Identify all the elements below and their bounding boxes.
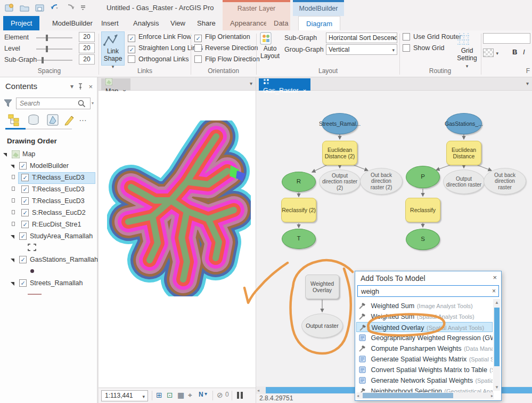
model-node-output-direction-raster-2[interactable]: Output direction raster (2) xyxy=(319,170,361,194)
italic-button[interactable]: I xyxy=(523,48,525,56)
subgraph-layout-select[interactable]: Horizontal Sort Descending▾ xyxy=(326,33,397,43)
model-node-output-raster[interactable]: Output raster xyxy=(301,313,343,338)
dialog-vscroll-thumb[interactable] xyxy=(494,308,500,366)
layer-gasstations[interactable]: ✓ GasStations_Ramallah xyxy=(0,254,99,266)
pause-drawing-icon[interactable] xyxy=(237,392,239,399)
layer-checkbox[interactable]: ✓ xyxy=(21,221,29,228)
model-node-reclassify-2[interactable]: Reclassify (2) xyxy=(281,198,316,222)
pin-icon[interactable] xyxy=(78,83,83,90)
layer-studyarea[interactable]: ✓ StudyArea_Ramallah xyxy=(0,231,99,243)
filter-icon[interactable] xyxy=(3,99,13,108)
model-node-gasstations-input[interactable]: GasStations_... xyxy=(446,113,482,134)
layer-checkbox[interactable]: ✓ xyxy=(19,256,27,263)
tool-item-weighted-sum-image[interactable]: Weighted Sum (Image Analyst Tools) xyxy=(356,301,493,311)
layer-modelbuilder[interactable]: ✓ ModelBuilder xyxy=(0,160,99,172)
streets-symbol-row[interactable] xyxy=(0,289,99,300)
layer-reclass-eucd3-3[interactable]: ✓ T:Reclass_EucD3 xyxy=(0,196,99,207)
model-node-euclidean-distance[interactable]: Euclidean Distance xyxy=(446,141,481,165)
more-tabs-icon[interactable]: … xyxy=(79,114,93,126)
model-node-reclassify[interactable]: Reclassify xyxy=(405,198,440,222)
layer-streets[interactable]: ✓ Streets_Ramallah xyxy=(0,278,99,289)
model-node-out-back-direction-raster[interactable]: Out back direction raster xyxy=(484,168,526,195)
subgraph-spacing-slider[interactable] xyxy=(36,60,72,61)
tab-modelbuilder[interactable]: ModelBuilder xyxy=(45,16,100,30)
tool-item-weighted-sum-spatial[interactable]: Weighted Sum (Spatial Analyst Tools) xyxy=(356,311,493,321)
layer-reclass-eucd3-2[interactable]: ✓ T:Reclass_EucD3 xyxy=(0,184,99,196)
subgraph-spacing-value[interactable]: 20 xyxy=(79,54,95,65)
pane-menu-icon[interactable]: ▾ xyxy=(70,83,73,90)
model-node-weighted-overlay[interactable]: Weighted Overlay xyxy=(305,275,339,299)
layer-checkbox[interactable]: ✓ xyxy=(21,209,29,216)
layer-checkbox[interactable]: ✓ xyxy=(21,197,29,205)
groupgraph-layout-select[interactable]: Vertical▾ xyxy=(326,44,397,55)
model-node-s[interactable]: S xyxy=(406,229,440,250)
clear-search-icon[interactable]: × xyxy=(492,287,496,295)
dialog-vertical-scrollbar[interactable]: ▲ ▼ xyxy=(493,299,500,391)
studyarea-symbol-row[interactable] xyxy=(0,243,99,253)
new-project-icon[interactable] xyxy=(4,3,15,13)
checkbox-use-grid-router[interactable]: Use Grid Router xyxy=(403,33,461,42)
gasstations-symbol-row[interactable] xyxy=(0,266,99,277)
level-spacing-value[interactable]: 20 xyxy=(79,43,95,53)
tool-item-weighted-overlay[interactable]: Weighted Overlay (Spatial Analyst Tools) xyxy=(356,322,493,332)
new-map-frame-icon[interactable]: ⊞ xyxy=(156,391,162,399)
level-spacing-slider[interactable] xyxy=(36,49,72,50)
tab-appearance[interactable]: Appearance xyxy=(223,16,266,30)
link-shape-button[interactable]: Link Shape ▾ xyxy=(101,31,125,66)
scroll-right-icon[interactable]: ▸ xyxy=(491,393,493,398)
tab-data[interactable]: Data xyxy=(266,16,290,30)
attribute-table-icon[interactable]: ▦ xyxy=(177,391,184,399)
scroll-down-icon[interactable]: ▼ xyxy=(495,385,499,390)
checkbox-show-grid[interactable]: Show Grid xyxy=(403,44,444,53)
checkbox-orthogonal-links[interactable]: Orthogonal Links xyxy=(128,55,189,64)
checkbox-reverse-direction[interactable]: Reverse Direction xyxy=(194,44,258,53)
tab-share[interactable]: Share xyxy=(190,16,223,30)
element-spacing-value[interactable]: 20 xyxy=(79,32,95,42)
model-node-euclidean-distance-2[interactable]: Euclidean Distance (2) xyxy=(322,141,357,165)
save-project-icon[interactable] xyxy=(35,3,45,13)
fill-swatch-button[interactable]: ▾ xyxy=(483,47,498,57)
pixel-inspect-icon[interactable]: ⊡ xyxy=(167,391,173,399)
list-by-editing-icon[interactable] xyxy=(63,114,77,126)
checkbox-enforce-link-flow[interactable]: ✓Enforce Link Flow xyxy=(128,33,191,42)
tool-item-compute-pansharpen[interactable]: Compute Pansharpen Weights (Data Managem… xyxy=(356,343,493,353)
model-node-r[interactable]: R xyxy=(282,172,316,192)
notifications-icon[interactable]: ⊘ xyxy=(217,391,223,399)
crosshair-icon[interactable]: ⌖ xyxy=(188,391,192,400)
checkbox-flip-orientation[interactable]: ✓Flip Orientation xyxy=(194,33,250,42)
layer-map[interactable]: Map xyxy=(0,149,99,160)
tab-project[interactable]: Project xyxy=(3,16,39,30)
font-name-input[interactable] xyxy=(483,33,530,44)
grid-setting-button[interactable]: Grid Setting ▾ xyxy=(455,31,479,69)
dialog-close-icon[interactable]: × xyxy=(493,273,497,281)
layer-checkbox[interactable]: ✓ xyxy=(19,162,27,170)
list-by-data-source-icon[interactable] xyxy=(27,114,40,126)
scroll-left-icon[interactable]: ◂ xyxy=(257,388,259,393)
map-view-tab[interactable]: Map× xyxy=(101,78,130,91)
tool-item-generate-spatial-weights[interactable]: Generate Spatial Weights Matrix (Spatial… xyxy=(356,354,493,364)
model-node-output-direction-raster[interactable]: Output direction raster xyxy=(443,170,485,194)
tool-item-generate-network-weights[interactable]: Generate Network Spatial Weights (Spatia… xyxy=(356,375,493,385)
layer-reclass-eucd2[interactable]: ✓ S:Reclass_EucD2 xyxy=(0,207,99,219)
layer-checkbox[interactable]: ✓ xyxy=(19,232,27,240)
layer-checkbox[interactable]: ✓ xyxy=(21,186,29,193)
model-node-streets-input[interactable]: Streets_Ramal... xyxy=(322,113,358,134)
dialog-horizontal-scrollbar[interactable]: ◂ ▸ xyxy=(356,392,494,399)
tool-item-convert-spatial-weights[interactable]: Convert Spatial Weights Matrix to Table … xyxy=(356,365,493,375)
customize-qat-icon[interactable] xyxy=(80,3,86,13)
layer-checkbox[interactable]: ✓ xyxy=(21,174,29,181)
layer-reclass-eucd3-1[interactable]: ✓ T:Reclass_EucD3 xyxy=(0,172,99,184)
tab-analysis[interactable]: Analysis xyxy=(126,16,166,30)
layer-checkbox[interactable]: ✓ xyxy=(19,279,27,287)
model-node-t[interactable]: T xyxy=(282,229,316,249)
search-options-icon[interactable]: ▾ xyxy=(92,101,94,106)
north-arrow-icon[interactable]: N xyxy=(199,391,203,398)
model-node-out-back-direction-raster-2[interactable]: Out back direction raster (2) xyxy=(360,168,403,195)
redo-icon[interactable] xyxy=(65,3,76,13)
open-project-icon[interactable] xyxy=(19,3,30,13)
list-by-snapping-icon[interactable] xyxy=(46,114,60,126)
tab-insert[interactable]: Insert xyxy=(94,16,126,30)
tab-list-dropdown-icon[interactable]: ▾ xyxy=(250,80,252,86)
layer-eucdist-stre1[interactable]: ✓ R:EucDist_Stre1 xyxy=(0,219,99,231)
dialog-hscroll-thumb[interactable] xyxy=(363,393,453,398)
